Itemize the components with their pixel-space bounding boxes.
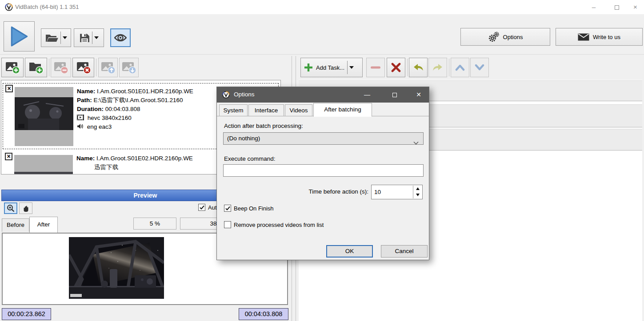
spinner-up-button[interactable]	[413, 186, 422, 192]
divider	[60, 32, 61, 44]
minimize-button[interactable]: –	[584, 0, 604, 14]
spinner-buttons	[413, 186, 422, 198]
file-name: I.Am.Groot.S01E02.HDR.2160p.WE	[96, 155, 193, 162]
ok-button[interactable]: OK	[326, 245, 373, 258]
tab-after-batching[interactable]: After batching	[313, 103, 372, 117]
play-icon	[9, 26, 29, 47]
current-time-badge: 00:00:23.862	[2, 308, 51, 320]
total-time-badge: 00:04:03.808	[239, 308, 288, 320]
envelope-icon	[578, 33, 589, 41]
tab-videos[interactable]: Videos	[285, 104, 312, 116]
undo-button[interactable]	[409, 58, 428, 77]
move-up-button[interactable]	[98, 58, 118, 77]
preview-toggle-button[interactable]	[110, 28, 131, 47]
remove-task-button[interactable]	[366, 58, 385, 77]
dialog-titlebar: Options — ✕	[217, 87, 429, 103]
start-batch-button[interactable]	[4, 21, 35, 52]
magnifier-icon	[7, 204, 15, 212]
divider	[92, 32, 92, 44]
zoom-tool-button[interactable]	[4, 202, 17, 214]
save-dropdown-caret[interactable]	[94, 36, 99, 39]
save-button[interactable]	[74, 28, 104, 47]
toolbar-separator	[449, 59, 449, 76]
file-path-partial: 迅雷下载	[94, 164, 118, 170]
titlebar: VidBatch (64-bit) 1.1 351 – ×	[0, 0, 644, 14]
window-title: VidBatch (64-bit) 1.1 351	[15, 4, 79, 10]
toolbar-separator	[407, 59, 408, 76]
close-button[interactable]: ×	[627, 0, 644, 14]
cancel-button[interactable]: Cancel	[381, 245, 428, 258]
file-checkbox[interactable]: ×	[5, 85, 13, 92]
add-task-dropdown-caret[interactable]	[349, 66, 354, 69]
dialog-minimize-button[interactable]: —	[357, 87, 377, 103]
action-dropdown[interactable]: (Do nothing)	[223, 132, 424, 145]
execute-command-label: Execute command:	[224, 155, 276, 162]
video-thumbnail	[14, 155, 73, 174]
redo-button[interactable]	[428, 58, 447, 77]
add-folder-button[interactable]	[25, 58, 47, 77]
chevron-down-icon	[413, 137, 419, 149]
undo-icon	[412, 63, 424, 72]
dialog-maximize-button[interactable]	[384, 87, 405, 103]
task-move-down-button[interactable]	[470, 58, 489, 77]
time-before-action-spinner[interactable]	[371, 185, 423, 199]
options-button[interactable]: Options	[460, 28, 550, 46]
dialog-tabs: System Interface Videos After batching	[217, 103, 429, 116]
beep-on-finish-label: Beep On Finish	[234, 205, 274, 212]
dialog-close-button[interactable]: ✕	[410, 87, 428, 103]
eye-icon	[114, 33, 127, 42]
chevron-up-icon	[455, 64, 465, 71]
time-before-action-input[interactable]	[372, 185, 412, 199]
checkbox-unchecked-icon	[224, 221, 231, 228]
open-folder-icon	[45, 33, 59, 43]
file-metadata: Name: I.Am.Groot.S01E01.HDR.2160p.WE Pat…	[77, 87, 193, 131]
delete-x-icon	[391, 63, 401, 72]
write-to-us-label: Write to us	[593, 34, 620, 40]
plus-icon	[304, 63, 313, 72]
dialog-title: Options	[234, 91, 255, 98]
video-thumbnail	[15, 87, 73, 146]
audio-stream-info: eng eac3	[87, 123, 112, 130]
remove-processed-checkbox[interactable]: Remove processed videos from list	[224, 221, 324, 228]
zoom-percent-button[interactable]: 5 %	[133, 218, 176, 230]
tab-before[interactable]: Before	[2, 218, 29, 232]
toolbar-divider	[0, 54, 644, 55]
file-name: I.Am.Groot.S01E01.HDR.2160p.WE	[97, 88, 193, 95]
maximize-button[interactable]	[607, 0, 627, 14]
chevron-down-icon	[474, 64, 485, 71]
preview-frame-image	[69, 237, 164, 299]
tab-after[interactable]: After	[29, 217, 58, 233]
minus-icon	[370, 66, 381, 69]
action-dropdown-value: (Do nothing)	[227, 135, 260, 142]
add-file-button[interactable]	[1, 58, 24, 77]
write-to-us-button[interactable]: Write to us	[556, 28, 643, 46]
move-down-button[interactable]	[119, 58, 139, 77]
spinner-down-button[interactable]	[413, 192, 422, 198]
open-dropdown-caret[interactable]	[63, 36, 67, 39]
remove-all-button[interactable]	[72, 58, 94, 77]
pan-tool-button[interactable]	[19, 202, 32, 214]
options-dialog: Options — ✕ System Interface Videos Afte…	[216, 87, 429, 260]
task-move-up-button[interactable]	[451, 58, 469, 77]
dialog-content: Action after batch processing: (Do nothi…	[217, 116, 429, 261]
clear-tasks-button[interactable]	[387, 58, 405, 77]
vidbatch-logo-icon	[222, 91, 230, 100]
add-folder-icon	[28, 61, 44, 74]
remove-all-icon	[76, 61, 91, 74]
film-icon	[77, 115, 84, 120]
gears-icon	[488, 31, 500, 43]
file-path: E:\迅雷下载\I.Am.Groot.S01.2160	[94, 97, 183, 103]
open-button[interactable]	[41, 28, 71, 47]
remove-file-button[interactable]	[51, 58, 71, 77]
video-stream-info: hevc 3840x2160	[88, 115, 132, 121]
move-down-icon	[121, 61, 136, 74]
tab-system[interactable]: System	[219, 104, 248, 116]
preview-title: Preview	[134, 192, 157, 199]
toolbar-separator	[49, 59, 49, 76]
execute-command-input[interactable]	[223, 164, 424, 177]
file-checkbox[interactable]: ×	[5, 153, 12, 160]
add-task-button[interactable]: Add Task...	[300, 58, 363, 77]
tab-interface[interactable]: Interface	[248, 104, 284, 116]
add-task-label: Add Task...	[316, 64, 344, 71]
beep-on-finish-checkbox[interactable]: Beep On Finish	[224, 205, 274, 212]
